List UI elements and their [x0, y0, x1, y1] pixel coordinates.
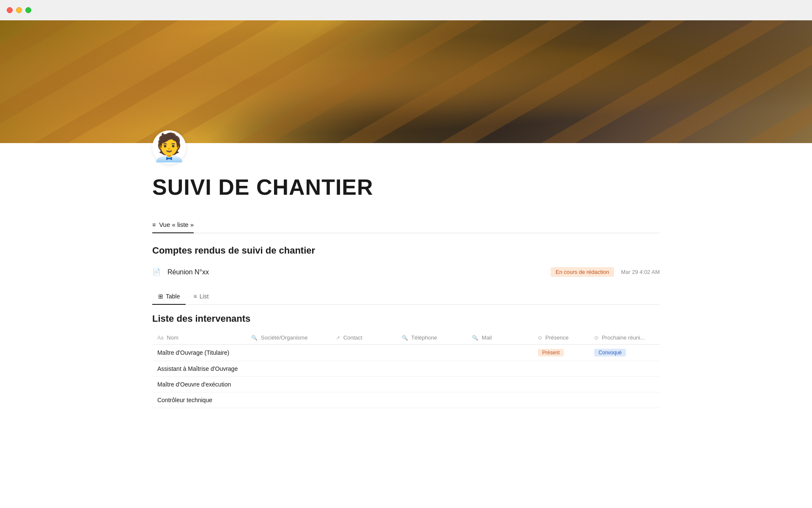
- cell-nom: Contrôleur technique: [152, 392, 246, 408]
- cell-mail: [467, 377, 533, 392]
- convoque-badge: Convoqué: [594, 349, 626, 356]
- timestamp: Mar 29 4:02 AM: [621, 269, 660, 275]
- minimize-button[interactable]: [16, 7, 22, 13]
- cell-societe: [246, 361, 331, 377]
- table-header-row: Aa Nom 🔍 Société/Organisme ↗ Contact 🔍 T…: [152, 331, 660, 345]
- titlebar: [0, 0, 812, 20]
- table-row[interactable]: Maître d'Oeuvre d'exécution: [152, 377, 660, 392]
- table-icon: ⊞: [158, 293, 163, 300]
- tab-list-label: List: [200, 293, 209, 300]
- maximize-button[interactable]: [25, 7, 31, 13]
- cell-reunion: Convoqué: [589, 345, 660, 361]
- intervenants-table: Aa Nom 🔍 Société/Organisme ↗ Contact 🔍 T…: [152, 331, 660, 408]
- meeting-name: Réunion N°xx: [167, 268, 544, 276]
- list-icon: ≡: [152, 221, 156, 228]
- cell-contact: [331, 361, 397, 377]
- tab-list[interactable]: ≡ List: [187, 290, 214, 305]
- tab-vue-liste[interactable]: ≡ Vue « liste »: [152, 217, 194, 233]
- cell-mail: [467, 345, 533, 361]
- col-header-contact: ↗ Contact: [331, 331, 397, 345]
- document-icon: 📄: [152, 268, 161, 276]
- view-tabs: ⊞ Table ≡ List: [152, 290, 660, 305]
- arrow-icon: ↗: [336, 335, 340, 341]
- clock-icon-2: ⊙: [594, 335, 598, 341]
- table-row[interactable]: Assistant à Maîtrise d'Ouvrage: [152, 361, 660, 377]
- cell-mail: [467, 392, 533, 408]
- cell-reunion: [589, 377, 660, 392]
- cell-contact: [331, 377, 397, 392]
- clock-icon: ⊙: [538, 335, 542, 341]
- cell-contact: [331, 345, 397, 361]
- meeting-row[interactable]: 📄 Réunion N°xx En cours de rédaction Mar…: [152, 263, 660, 281]
- cell-nom: Maître d'Ouvrage (Titulaire): [152, 345, 246, 361]
- comptes-rendus-title: Comptes rendus de suivi de chantier: [152, 245, 660, 256]
- cell-contact: [331, 392, 397, 408]
- cell-reunion: [589, 392, 660, 408]
- hero-image: [0, 20, 812, 143]
- cell-nom: Maître d'Oeuvre d'exécution: [152, 377, 246, 392]
- avatar-container: 🧑‍💼: [0, 130, 812, 164]
- table-row[interactable]: Maître d'Ouvrage (Titulaire)PrésentConvo…: [152, 345, 660, 361]
- cell-telephone: [397, 361, 467, 377]
- cell-telephone: [397, 392, 467, 408]
- close-button[interactable]: [7, 7, 13, 13]
- cell-presence: [533, 392, 589, 408]
- cell-telephone: [397, 345, 467, 361]
- cell-presence: [533, 377, 589, 392]
- intervenants-section: ⊞ Table ≡ List Liste des intervenants Aa…: [152, 290, 660, 408]
- col-header-societe: 🔍 Société/Organisme: [246, 331, 331, 345]
- main-tab-bar: ≡ Vue « liste »: [152, 217, 660, 233]
- avatar: 🧑‍💼: [152, 130, 186, 164]
- cell-telephone: [397, 377, 467, 392]
- table-row[interactable]: Contrôleur technique: [152, 392, 660, 408]
- cell-societe: [246, 345, 331, 361]
- search-icon-3: 🔍: [472, 335, 478, 341]
- cell-societe: [246, 377, 331, 392]
- col-header-presence: ⊙ Présence: [533, 331, 589, 345]
- list-view-icon: ≡: [193, 293, 197, 300]
- intervenants-title: Liste des intervenants: [152, 313, 660, 324]
- search-icon-2: 🔍: [402, 335, 408, 341]
- cell-presence: Présent: [533, 345, 589, 361]
- cell-reunion: [589, 361, 660, 377]
- comptes-rendus-section: Comptes rendus de suivi de chantier 📄 Ré…: [152, 245, 660, 281]
- col-header-nom: Aa Nom: [152, 331, 246, 345]
- status-badge: En cours de rédaction: [551, 267, 614, 277]
- text-icon: Aa: [157, 335, 164, 341]
- col-header-telephone: 🔍 Téléphone: [397, 331, 467, 345]
- col-header-reunion: ⊙ Prochaine réuni...: [589, 331, 660, 345]
- tab-table-label: Table: [166, 293, 180, 300]
- page-title: SUIVI DE CHANTIER: [152, 174, 660, 200]
- cell-presence: [533, 361, 589, 377]
- main-content: SUIVI DE CHANTIER ≡ Vue « liste » Compte…: [0, 174, 812, 408]
- presence-badge: Présent: [538, 349, 564, 356]
- cell-mail: [467, 361, 533, 377]
- cell-societe: [246, 392, 331, 408]
- cell-nom: Assistant à Maîtrise d'Ouvrage: [152, 361, 246, 377]
- col-header-mail: 🔍 Mail: [467, 331, 533, 345]
- search-icon: 🔍: [251, 335, 258, 341]
- tab-table[interactable]: ⊞ Table: [152, 290, 186, 305]
